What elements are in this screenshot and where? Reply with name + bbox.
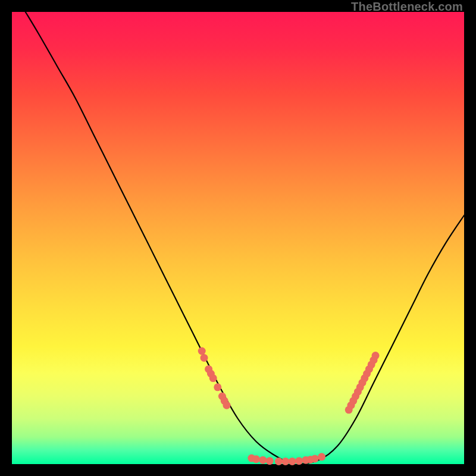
data-marker — [318, 453, 325, 461]
data-marker — [252, 455, 260, 463]
data-marker — [372, 352, 380, 359]
chart-svg — [12, 12, 464, 464]
data-marker — [289, 458, 296, 465]
data-marker — [259, 456, 267, 464]
data-marker — [201, 354, 208, 362]
bottleneck-curve — [26, 12, 464, 465]
data-marker — [275, 458, 283, 465]
plot-area — [12, 12, 464, 464]
data-marker — [311, 455, 319, 462]
data-marker — [214, 383, 221, 391]
data-marker — [198, 347, 206, 355]
data-marker — [295, 457, 303, 465]
marker-group — [198, 347, 380, 465]
data-marker — [209, 374, 217, 382]
data-marker — [223, 402, 231, 409]
data-marker — [281, 458, 289, 465]
chart-frame: TheBottleneck.com — [0, 0, 476, 476]
data-marker — [266, 457, 274, 465]
